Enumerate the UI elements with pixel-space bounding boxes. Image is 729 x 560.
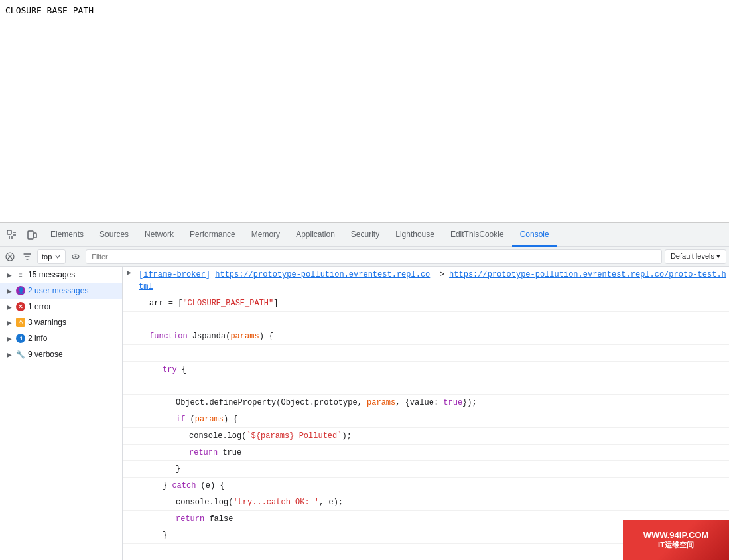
console-row: return true bbox=[123, 445, 729, 461]
console-row: console.log(`${params} Polluted`); bbox=[123, 428, 729, 445]
tab-lighthouse[interactable]: Lighthouse bbox=[387, 223, 442, 247]
console-row: function Jspanda(params) { bbox=[123, 328, 729, 345]
sidebar-item-verbose[interactable]: ▶ 🔧 9 verbose bbox=[0, 346, 122, 362]
code-text: arr = ["CLOSURE_BASE_PATH"] bbox=[139, 299, 278, 308]
code-text: } bbox=[139, 531, 167, 540]
row-arrow bbox=[123, 396, 136, 397]
sidebar-label: 2 info bbox=[28, 334, 117, 343]
expand-arrow: ▶ bbox=[5, 287, 13, 295]
console-row: ▶ [iframe-broker] https://prototype-poll… bbox=[123, 267, 729, 295]
console-row: } bbox=[123, 461, 729, 478]
context-selector[interactable]: top bbox=[37, 249, 66, 264]
expand-arrow: ▶ bbox=[5, 303, 13, 311]
console-line: } catch (e) { bbox=[136, 479, 729, 492]
code-text: if (params) { bbox=[139, 415, 238, 424]
watermark-line1: WWW.94IP.COM bbox=[643, 530, 709, 540]
row-arrow bbox=[123, 380, 136, 380]
console-row: console.log('try...catch OK: ', e); bbox=[123, 494, 729, 511]
console-row: try { bbox=[123, 362, 729, 378]
device-toolbar-button[interactable] bbox=[23, 226, 41, 244]
svg-point-5 bbox=[75, 255, 77, 257]
sidebar-label: 9 verbose bbox=[28, 350, 117, 359]
console-sidebar: ▶ ≡ 15 messages ▶ 👤 2 user messages ▶ ✕ … bbox=[0, 267, 123, 560]
svg-rect-1 bbox=[28, 231, 33, 239]
expand-arrow: ▶ bbox=[5, 271, 13, 279]
clear-console-button[interactable] bbox=[3, 249, 17, 264]
code-text: console.log('try...catch OK: ', e); bbox=[139, 498, 343, 507]
tab-editthiscookie[interactable]: EditThisCookie bbox=[442, 223, 512, 247]
warning-icon: ⚠ bbox=[16, 318, 25, 327]
eye-button[interactable] bbox=[68, 249, 83, 264]
code-text: return false bbox=[139, 514, 233, 524]
expand-arrow: ▶ bbox=[5, 318, 13, 326]
row-arrow bbox=[123, 512, 136, 513]
console-line: console.log(`${params} Polluted`); bbox=[136, 429, 729, 443]
tab-sources[interactable]: Sources bbox=[92, 223, 137, 247]
verbose-icon: 🔧 bbox=[16, 350, 25, 359]
context-value: top bbox=[42, 253, 52, 261]
console-output[interactable]: ▶ [iframe-broker] https://prototype-poll… bbox=[123, 267, 729, 560]
code-text: return true bbox=[139, 448, 241, 457]
log-levels-dropdown[interactable]: Default levels ▾ bbox=[665, 249, 726, 264]
tab-security[interactable]: Security bbox=[343, 223, 387, 247]
tab-network[interactable]: Network bbox=[137, 223, 182, 247]
row-arrow bbox=[123, 529, 136, 529]
sidebar-item-info[interactable]: ▶ ℹ 2 info bbox=[0, 330, 122, 346]
row-arrow bbox=[123, 446, 136, 447]
code-text: } bbox=[139, 464, 180, 474]
sidebar-item-user-messages[interactable]: ▶ 👤 2 user messages bbox=[0, 283, 122, 299]
row-arrow bbox=[123, 545, 136, 546]
sidebar-label: 2 user messages bbox=[28, 286, 117, 295]
console-line: arr = ["CLOSURE_BASE_PATH"] bbox=[136, 297, 729, 310]
tab-memory[interactable]: Memory bbox=[243, 223, 288, 247]
row-arrow[interactable] bbox=[123, 297, 136, 297]
row-arrow bbox=[123, 346, 136, 347]
sidebar-label: 15 messages bbox=[28, 270, 117, 279]
sidebar-item-errors[interactable]: ▶ ✕ 1 error bbox=[0, 299, 122, 315]
row-arrow bbox=[123, 462, 136, 463]
console-row: } catch (e) { bbox=[123, 478, 729, 494]
sidebar-label: 1 error bbox=[28, 302, 117, 311]
console-line: try { bbox=[136, 363, 729, 376]
iframe-broker-link[interactable]: [iframe-broker] bbox=[139, 270, 210, 279]
url-from-link[interactable]: https://prototype-pollution.evrentest.re… bbox=[215, 270, 430, 279]
console-row bbox=[123, 345, 729, 362]
tab-performance[interactable]: Performance bbox=[182, 223, 243, 247]
console-line: console.log('try...catch OK: ', e); bbox=[136, 496, 729, 509]
row-arrow[interactable]: ▶ bbox=[123, 268, 136, 277]
browser-viewport: CLOSURE_BASE_PATH bbox=[0, 0, 729, 223]
console-line: [iframe-broker] https://prototype-pollut… bbox=[136, 268, 729, 293]
tab-console[interactable]: Console bbox=[512, 223, 557, 247]
tab-application[interactable]: Application bbox=[288, 223, 343, 247]
code-text: } catch (e) { bbox=[139, 481, 225, 490]
console-row: arr = ["CLOSURE_BASE_PATH"] bbox=[123, 295, 729, 312]
row-arrow[interactable] bbox=[123, 330, 136, 330]
row-arrow bbox=[123, 363, 136, 364]
console-row: if (params) { bbox=[123, 411, 729, 428]
row-arrow bbox=[123, 429, 136, 430]
console-toolbar: top Default levels ▾ bbox=[0, 247, 729, 267]
console-row bbox=[123, 312, 729, 328]
lines-icon: ≡ bbox=[16, 270, 25, 279]
code-text: function Jspanda(params) { bbox=[139, 332, 273, 341]
row-arrow bbox=[123, 479, 136, 480]
filter-button[interactable] bbox=[20, 249, 34, 264]
console-body: ▶ ≡ 15 messages ▶ 👤 2 user messages ▶ ✕ … bbox=[0, 267, 729, 560]
row-arrow bbox=[123, 413, 136, 413]
console-line bbox=[136, 346, 729, 360]
log-levels-label: Default levels ▾ bbox=[671, 252, 720, 261]
info-icon: ℹ bbox=[16, 334, 25, 343]
svg-rect-2 bbox=[34, 233, 36, 238]
tab-elements[interactable]: Elements bbox=[42, 223, 92, 247]
code-text: Object.defineProperty(Object.prototype, … bbox=[139, 398, 477, 407]
watermark-line2: IT运维空间 bbox=[658, 540, 694, 550]
sidebar-item-warnings[interactable]: ▶ ⚠ 3 warnings bbox=[0, 315, 122, 330]
expand-arrow: ▶ bbox=[5, 350, 13, 358]
inspect-element-button[interactable] bbox=[3, 226, 21, 244]
row-arrow bbox=[123, 313, 136, 314]
filter-input[interactable] bbox=[86, 249, 662, 264]
user-icon: 👤 bbox=[16, 286, 25, 295]
console-line: Object.defineProperty(Object.prototype, … bbox=[136, 396, 729, 409]
tab-bar: ElementsSourcesNetworkPerformanceMemoryA… bbox=[42, 223, 726, 247]
sidebar-item-all-messages[interactable]: ▶ ≡ 15 messages bbox=[0, 267, 122, 283]
